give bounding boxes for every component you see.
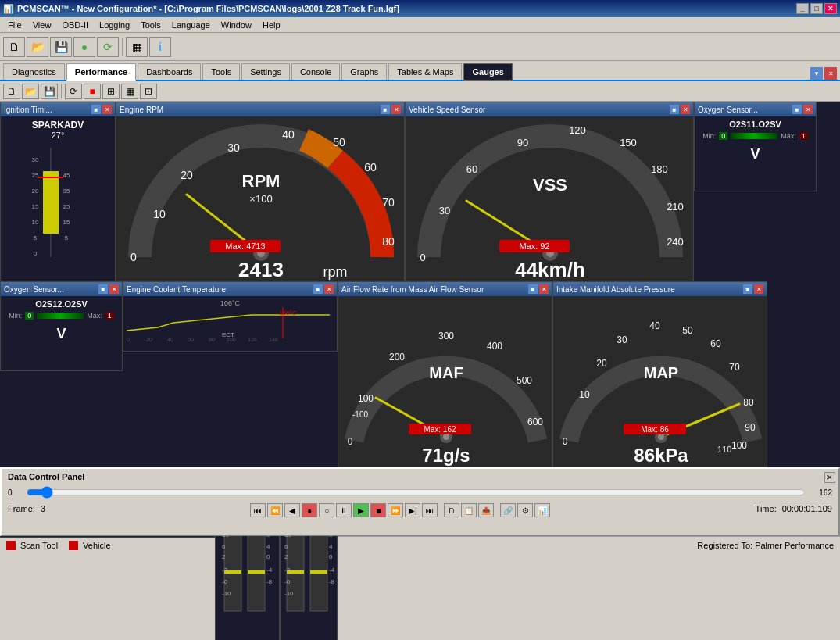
file-button2[interactable]: 📋 [461,503,477,517]
menu-language[interactable]: Language [167,19,215,31]
svg-text:0: 0 [563,436,568,447]
step-back-button[interactable]: ◀ [284,503,300,517]
dcp-close-button[interactable]: ✕ [824,472,835,483]
sub-new-button[interactable]: 🗋 [3,84,20,99]
map-menu[interactable]: ■ [743,284,752,294]
sub-extra-button[interactable]: ⊡ [140,84,157,99]
svg-text:10: 10 [32,219,39,226]
maximize-button[interactable]: □ [810,3,823,14]
rpm-close[interactable]: ✕ [391,105,401,114]
save-button[interactable]: 💾 [50,37,72,57]
o2s12-label: O2S12.O2SV [35,299,88,309]
step-forward-button[interactable]: ▶| [405,503,420,517]
tab-gauges[interactable]: Gauges [463,63,512,81]
tab-performance[interactable]: Performance [66,63,136,81]
o2s12-close[interactable]: ✕ [109,284,119,294]
o2s12-menu[interactable]: ■ [98,284,108,294]
map-body: 0 10 20 30 40 50 60 70 80 90 100 110 MAP [553,296,767,467]
minimize-button[interactable]: _ [796,3,809,14]
sub-config-button[interactable]: ⊞ [102,84,120,99]
ignition-menu[interactable]: ■ [91,105,101,114]
ect-close[interactable]: ✕ [324,284,334,294]
frame-label: Frame: 3 [8,504,45,513]
open-button[interactable]: 📂 [27,37,48,57]
menu-obd2[interactable]: OBD-II [57,19,93,31]
timeline-slider[interactable] [27,486,806,499]
file-button1[interactable]: 🗋 [444,503,459,517]
svg-text:80: 80 [209,337,215,342]
menu-file[interactable]: File [3,19,27,31]
o2s11-title: Oxygen Sensor... [698,105,758,114]
file-button3[interactable]: 📤 [478,503,494,517]
record-button[interactable]: ● [302,503,317,517]
svg-text:-8: -8 [266,578,273,585]
ect-menu[interactable]: ■ [313,284,323,294]
close-button[interactable]: ✕ [824,3,837,14]
tab-settings[interactable]: Settings [241,63,290,80]
tab-dashboards[interactable]: Dashboards [138,63,201,80]
scan-button[interactable]: ⟳ [97,37,119,57]
menu-tools[interactable]: Tools [136,19,166,31]
svg-text:86kPa: 86kPa [634,445,688,466]
tab-tools[interactable]: Tools [202,63,240,80]
o2s11-menu[interactable]: ■ [792,105,802,114]
stop-button[interactable]: ■ [370,503,386,517]
ignition-body: SPARKADV 27° 0 5 10 15 20 25 30 5 15 [1,116,115,281]
menu-view[interactable]: View [28,19,56,31]
menu-window[interactable]: Window [216,19,256,31]
link-button1[interactable]: 🔗 [500,503,516,517]
info-button[interactable]: i [149,37,171,57]
svg-text:45: 45 [63,172,70,179]
map-close[interactable]: ✕ [754,284,763,294]
sub-save-button[interactable]: 💾 [41,84,58,99]
svg-text:0: 0 [420,252,425,263]
svg-text:6: 6 [222,543,226,550]
new-button[interactable]: 🗋 [3,37,25,57]
sub-stop-button[interactable]: ■ [84,84,101,99]
tab-console[interactable]: Console [291,63,340,80]
maf-menu[interactable]: ■ [528,284,538,294]
svg-text:210: 210 [667,201,684,213]
connect-button[interactable]: ● [73,37,95,57]
svg-text:5: 5 [65,234,69,241]
ect-panel: Engine Coolant Temperature ■ ✕ 106°C 0 2… [123,281,338,352]
tab-menu-button[interactable]: ▼ [810,67,823,80]
link-button3[interactable]: 📊 [534,503,550,517]
svg-text:2: 2 [284,553,288,560]
rewind-button[interactable]: ⏪ [267,503,283,517]
menu-help[interactable]: Help [258,19,285,31]
svg-text:MAF: MAF [429,364,463,381]
time-label: Time: 00:00:01.109 [756,504,832,513]
vss-body: 0 30 60 90 120 150 180 210 240 VSS [406,116,693,281]
menu-logging[interactable]: Logging [95,19,134,31]
maf-close[interactable]: ✕ [539,284,549,294]
fast-forward-button[interactable]: ⏩ [388,503,403,517]
tab-graphs[interactable]: Graphs [341,63,387,80]
svg-text:0: 0 [127,337,130,342]
tab-close-button[interactable]: ✕ [824,67,837,80]
tabs: Diagnostics Performance Dashboards Tools… [0,61,840,81]
record-off-button[interactable]: ○ [319,503,334,517]
sub-open-button[interactable]: 📂 [22,84,39,99]
svg-text:400: 400 [487,341,502,352]
vss-close[interactable]: ✕ [681,105,690,114]
play-button[interactable]: ▶ [353,503,369,517]
link-button2[interactable]: ⚙ [517,503,533,517]
sub-reload-button[interactable]: ⟳ [65,84,82,99]
pause-button[interactable]: ⏸ [336,503,352,517]
skip-end-button[interactable]: ⏭ [422,503,438,517]
svg-text:10: 10 [579,389,590,400]
ignition-close[interactable]: ✕ [102,105,112,114]
svg-text:2: 2 [222,553,226,560]
tab-tables-maps[interactable]: Tables & Maps [388,63,462,80]
o2s11-body: O2S11.O2SV Min: 0 Max: 1 V [695,116,816,191]
skip-start-button[interactable]: ⏮ [250,503,266,517]
dashboard-button[interactable]: ▦ [126,37,148,57]
o2s11-close[interactable]: ✕ [803,105,813,114]
tab-diagnostics[interactable]: Diagnostics [3,63,65,80]
vss-menu[interactable]: ■ [670,105,679,114]
sub-layout-button[interactable]: ▦ [121,84,138,99]
svg-text:RPM: RPM [242,171,281,191]
rpm-menu[interactable]: ■ [381,105,390,114]
statusbar-left: Scan Tool Vehicle [6,541,111,550]
